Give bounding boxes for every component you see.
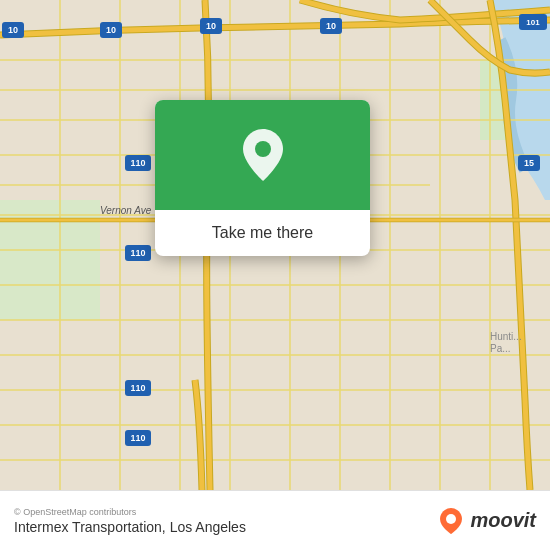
svg-text:10: 10	[8, 25, 18, 35]
location-pin-icon	[241, 127, 285, 183]
svg-text:10: 10	[326, 21, 336, 31]
moovit-text: moovit	[470, 509, 536, 532]
svg-text:Hunti...: Hunti...	[490, 331, 522, 342]
place-name: Intermex Transportation, Los Angeles	[14, 519, 246, 535]
moovit-icon	[436, 506, 466, 536]
popup-body: Take me there	[155, 210, 370, 256]
popup-header	[155, 100, 370, 210]
svg-text:10: 10	[206, 21, 216, 31]
svg-text:110: 110	[130, 158, 145, 168]
svg-text:110: 110	[130, 383, 145, 393]
bottom-left: © OpenStreetMap contributors Intermex Tr…	[14, 507, 246, 535]
popup-card: Take me there	[155, 100, 370, 256]
svg-point-50	[446, 514, 456, 524]
svg-text:Pa...: Pa...	[490, 343, 511, 354]
svg-text:10: 10	[106, 25, 116, 35]
svg-text:110: 110	[130, 248, 145, 258]
moovit-logo: moovit	[436, 506, 536, 536]
svg-text:110: 110	[130, 433, 145, 443]
svg-point-49	[255, 141, 271, 157]
svg-text:101: 101	[526, 18, 540, 27]
bottom-bar: © OpenStreetMap contributors Intermex Tr…	[0, 490, 550, 550]
svg-text:15: 15	[524, 158, 534, 168]
map-attribution: © OpenStreetMap contributors	[14, 507, 246, 517]
svg-text:Vernon Ave: Vernon Ave	[100, 205, 152, 216]
map-container: 10 10 10 10 110 110 110 110 101 15 Verno…	[0, 0, 550, 490]
take-me-there-button[interactable]: Take me there	[212, 224, 313, 242]
